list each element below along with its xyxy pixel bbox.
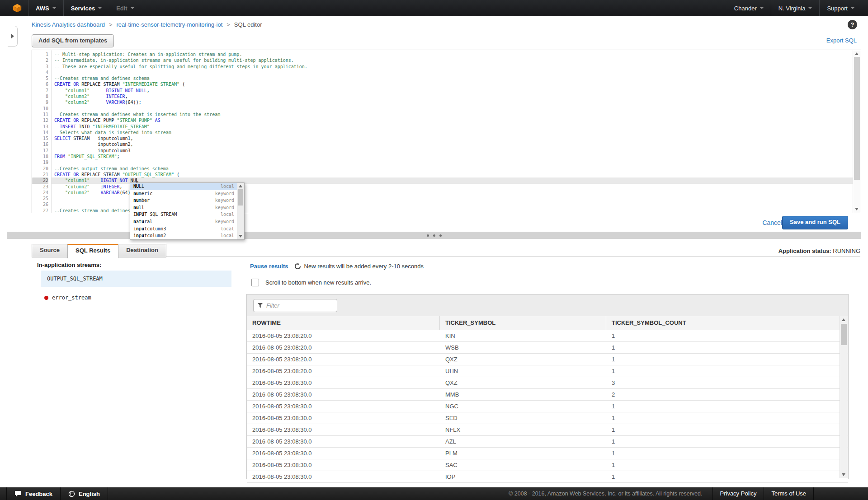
- nav-menu-aws[interactable]: AWS: [28, 0, 63, 16]
- scroll-down-arrow-icon[interactable]: [239, 235, 242, 238]
- autocomplete-popup: NULLlocalnumerickeywordnumberkeywordnull…: [130, 182, 245, 240]
- feedback-button[interactable]: Feedback: [6, 487, 61, 500]
- code-line[interactable]: "column2" VARCHAR(64));: [52, 99, 861, 105]
- autocomplete-item[interactable]: inputcolumn3local: [130, 225, 244, 233]
- save-and-run-sql-button[interactable]: Save and run SQL: [782, 216, 848, 229]
- table-row[interactable]: 2016-08-05 23:08:20.0UHN1: [247, 365, 848, 377]
- code-line[interactable]: CREATE OR REPLACE STREAM "OUTPUT_SQL_STR…: [52, 172, 861, 178]
- table-column-header[interactable]: ROWTIME: [247, 316, 440, 330]
- code-line[interactable]: [52, 70, 861, 75]
- scrollbar-thumb[interactable]: [841, 324, 847, 345]
- scrollbar-thumb[interactable]: [854, 57, 860, 180]
- add-sql-templates-button[interactable]: Add SQL from templates: [32, 34, 114, 47]
- scroll-to-bottom-checkbox[interactable]: [251, 279, 259, 286]
- code-line[interactable]: inputcolumn3: [52, 148, 861, 154]
- code-line[interactable]: inputcolumn2,: [52, 141, 861, 147]
- table-vertical-scrollbar[interactable]: [840, 316, 848, 478]
- code-line[interactable]: --Creates stream and defines what is ins…: [52, 112, 861, 117]
- nav-menu-edit[interactable]: Edit: [109, 0, 142, 16]
- cancel-button[interactable]: Cancel: [762, 219, 782, 226]
- aws-logo-icon[interactable]: [13, 4, 22, 13]
- table-cell: 1: [606, 448, 848, 459]
- line-number: 23: [32, 184, 48, 190]
- scroll-up-arrow-icon[interactable]: [855, 52, 859, 55]
- breadcrumb-dashboard-link[interactable]: Kinesis Analytics dashboard: [32, 21, 105, 28]
- breadcrumb-application-link[interactable]: real-time-sensor-telemetry-monitoring-io…: [116, 21, 222, 28]
- table-row[interactable]: 2016-08-05 23:08:30.0MMB2: [247, 389, 848, 401]
- nav-menu-support[interactable]: Support: [820, 0, 862, 16]
- scrollbar-thumb[interactable]: [238, 189, 243, 206]
- stream-item[interactable]: OUTPUT_SQL_STREAM: [41, 271, 231, 287]
- table-row[interactable]: 2016-08-05 23:08:20.0QXZ1: [247, 354, 848, 365]
- autocomplete-item[interactable]: nullkeyword: [130, 204, 244, 211]
- table-cell: 2016-08-05 23:08:30.0: [247, 401, 440, 412]
- nav-menu-user[interactable]: Chander: [727, 0, 771, 16]
- language-selector[interactable]: English: [61, 487, 108, 500]
- table-row[interactable]: 2016-08-05 23:08:20.0WSB1: [247, 342, 848, 354]
- help-icon[interactable]: ?: [848, 20, 857, 29]
- table-row[interactable]: 2016-08-05 23:08:30.0SAC1: [247, 459, 848, 471]
- line-number: 13: [32, 124, 48, 130]
- autocomplete-item[interactable]: inputcolumn2local: [130, 232, 244, 239]
- autocomplete-item[interactable]: NULLlocal: [130, 183, 244, 190]
- code-line[interactable]: --Creates stream and defines schema: [52, 75, 861, 81]
- table-column-header[interactable]: TICKER_SYMBOL_COUNT: [606, 316, 848, 330]
- tab-sql-results[interactable]: SQL Results: [67, 244, 118, 258]
- code-line[interactable]: FROM "INPUT_SQL_STREAM";: [52, 154, 861, 159]
- table-cell: 2016-08-05 23:08:30.0: [247, 389, 440, 400]
- code-line[interactable]: SELECT STREAM inputcolumn1,: [52, 136, 861, 141]
- table-row[interactable]: 2016-08-05 23:08:30.0NGC1: [247, 401, 848, 412]
- scroll-down-arrow-icon[interactable]: [842, 473, 845, 476]
- nav-menu-region[interactable]: N. Virginia: [771, 0, 820, 16]
- code-line[interactable]: "column1" BIGINT NOT NULL,: [52, 88, 861, 93]
- editor-vertical-scrollbar[interactable]: [853, 50, 861, 213]
- line-number: 1: [32, 51, 48, 57]
- code-line[interactable]: --Creates output stream and defines sche…: [52, 166, 861, 172]
- code-line[interactable]: [52, 159, 861, 165]
- drag-dot-icon: [433, 234, 435, 237]
- table-row[interactable]: 2016-08-05 23:08:30.0NFLX1: [247, 424, 848, 436]
- scroll-up-arrow-icon[interactable]: [842, 318, 845, 321]
- code-line[interactable]: -- Multi-step application: Creates an in…: [52, 51, 861, 57]
- code-line[interactable]: CREATE OR REPLACE STREAM "INTERMEDIATE_S…: [52, 81, 861, 87]
- code-line[interactable]: --Selects what data is inserted into str…: [52, 130, 861, 136]
- code-line[interactable]: [52, 106, 861, 112]
- table-row[interactable]: 2016-08-05 23:08:30.0QXZ3: [247, 377, 848, 389]
- code-line[interactable]: -- These are especially useful for split…: [52, 64, 861, 70]
- table-row[interactable]: 2016-08-05 23:08:30.0SED1: [247, 412, 848, 424]
- autocomplete-item[interactable]: numberkeyword: [130, 197, 244, 204]
- chevron-down-icon: [98, 7, 102, 9]
- stream-item[interactable]: error_stream: [41, 293, 231, 303]
- terms-of-use-link[interactable]: Terms of Use: [764, 487, 813, 500]
- autocomplete-item[interactable]: naturalkeyword: [130, 218, 244, 225]
- export-sql-link[interactable]: Export SQL: [826, 37, 857, 44]
- line-number: 26: [32, 201, 48, 207]
- results-tabs: Source SQL Results Destination: [32, 244, 166, 258]
- code-line[interactable]: CREATE OR REPLACE PUMP "STREAM_PUMP" AS: [52, 117, 861, 123]
- chevron-down-icon: [760, 7, 764, 9]
- nav-menu-services[interactable]: Services: [64, 0, 109, 16]
- autocomplete-scrollbar[interactable]: [237, 183, 244, 239]
- sidebar-expand-button[interactable]: [8, 26, 18, 47]
- table-row[interactable]: 2016-08-05 23:08:30.0PLM1: [247, 448, 848, 459]
- feedback-bubble-icon: [14, 491, 22, 497]
- pause-results-link[interactable]: Pause results: [250, 263, 288, 270]
- scroll-up-arrow-icon[interactable]: [239, 185, 242, 187]
- tab-destination[interactable]: Destination: [118, 244, 166, 257]
- table-row[interactable]: 2016-08-05 23:08:20.0KIN1: [247, 330, 848, 342]
- table-cell: PLM: [440, 448, 606, 459]
- scroll-down-arrow-icon[interactable]: [855, 208, 859, 210]
- code-line[interactable]: -- Intermediate, in-application streams …: [52, 57, 861, 63]
- autocomplete-item[interactable]: numerickeyword: [130, 190, 244, 197]
- table-column-header[interactable]: TICKER_SYMBOL: [440, 316, 606, 330]
- tab-source[interactable]: Source: [32, 244, 68, 257]
- autocomplete-item[interactable]: INPUT_SQL_STREAMlocal: [130, 211, 244, 218]
- table-cell: SAC: [440, 459, 606, 471]
- table-row[interactable]: 2016-08-05 23:08:30.0IOP1: [247, 471, 848, 483]
- table-cell: 2016-08-05 23:08:20.0: [247, 354, 440, 365]
- privacy-policy-link[interactable]: Privacy Policy: [712, 487, 764, 500]
- table-row[interactable]: 2016-08-05 23:08:30.0AZL1: [247, 436, 848, 448]
- code-line[interactable]: "column2" INTEGER,: [52, 93, 861, 99]
- filter-input[interactable]: Filter: [253, 299, 337, 312]
- code-line[interactable]: INSERT INTO "INTERMEDIATE_STREAM": [52, 124, 861, 130]
